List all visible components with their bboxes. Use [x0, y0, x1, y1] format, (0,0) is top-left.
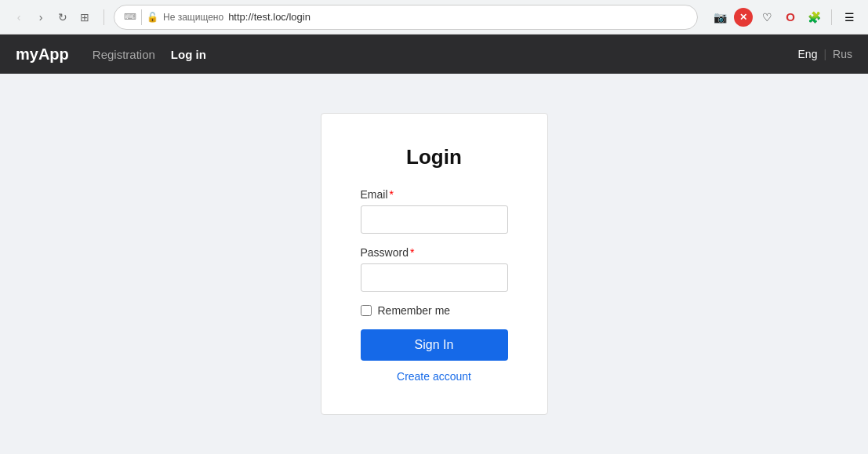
email-group: Email* — [361, 188, 508, 234]
action-divider — [831, 9, 832, 25]
nav-registration[interactable]: Registration — [93, 48, 155, 61]
address-bar[interactable]: ⌨ 🔓 Не защищено http://test.loc/login — [114, 5, 698, 30]
password-label: Password* — [361, 246, 508, 259]
menu-button[interactable]: ☰ — [840, 8, 859, 27]
heart-button[interactable]: ♡ — [757, 8, 776, 27]
not-secure-label: Не защищено — [163, 12, 223, 23]
navbar: myApp Registration Log in Eng | Rus — [0, 35, 868, 74]
remember-me-label[interactable]: Remember me — [378, 304, 451, 317]
forward-button[interactable]: › — [31, 8, 50, 27]
tab-grid-button[interactable]: ⊞ — [75, 8, 94, 27]
reload-button[interactable]: ↻ — [53, 8, 72, 27]
nav-login[interactable]: Log in — [171, 48, 206, 61]
email-label: Email* — [361, 188, 508, 201]
lang-divider: | — [823, 48, 826, 60]
kbd-icon: ⌨ — [124, 12, 136, 22]
browser-chrome: ‹ › ↻ ⊞ ⌨ 🔓 Не защищено http://test.loc/… — [0, 0, 868, 35]
language-switcher: Eng | Rus — [798, 48, 852, 60]
remember-me-checkbox[interactable] — [361, 305, 372, 316]
nav-divider — [104, 9, 104, 25]
address-inner-divider — [141, 9, 142, 25]
password-input[interactable] — [361, 263, 508, 292]
login-title: Login — [361, 145, 508, 169]
not-secure-icon: 🔓 — [147, 12, 158, 23]
close-x-button[interactable]: ✕ — [734, 8, 753, 27]
url-display: http://test.loc/login — [228, 11, 311, 23]
url-domain: test.loc — [254, 11, 286, 23]
opera-button[interactable]: O — [781, 8, 800, 27]
camera-button[interactable]: 📷 — [710, 8, 729, 27]
password-required-star: * — [410, 246, 414, 259]
create-account-link[interactable]: Create account — [361, 370, 508, 383]
nav-buttons: ‹ › ↻ ⊞ — [9, 8, 94, 27]
url-protocol: http:// — [228, 11, 254, 23]
email-required-star: * — [390, 188, 394, 201]
sign-in-button[interactable]: Sign In — [361, 329, 508, 361]
password-group: Password* — [361, 246, 508, 292]
remember-me-group: Remember me — [361, 304, 508, 317]
email-input[interactable] — [361, 205, 508, 234]
lang-eng-button[interactable]: Eng — [798, 48, 818, 60]
extensions-button[interactable]: 🧩 — [804, 8, 823, 27]
brand-logo: myApp — [16, 45, 69, 64]
lang-rus-button[interactable]: Rus — [833, 48, 852, 60]
login-card: Login Email* Password* Remember me Sign … — [321, 113, 548, 415]
main-content: Login Email* Password* Remember me Sign … — [0, 74, 868, 454]
back-button[interactable]: ‹ — [9, 8, 28, 27]
browser-action-buttons: 📷 ✕ ♡ O 🧩 ☰ — [710, 8, 859, 27]
url-path: /login — [286, 11, 311, 23]
